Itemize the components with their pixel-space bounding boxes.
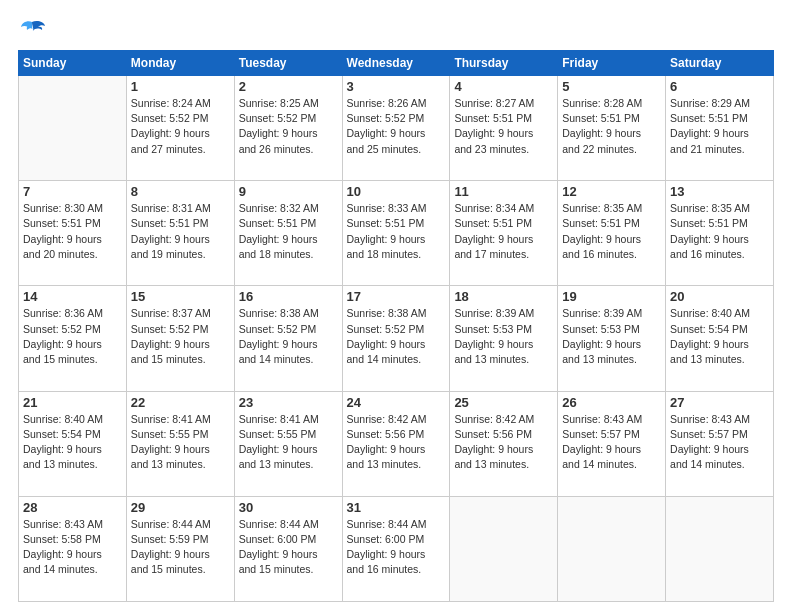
day-cell: 23Sunrise: 8:41 AM Sunset: 5:55 PM Dayli… [234, 391, 342, 496]
day-number: 7 [23, 184, 122, 199]
day-info: Sunrise: 8:38 AM Sunset: 5:52 PM Dayligh… [347, 306, 446, 367]
day-number: 3 [347, 79, 446, 94]
day-number: 5 [562, 79, 661, 94]
day-info: Sunrise: 8:41 AM Sunset: 5:55 PM Dayligh… [131, 412, 230, 473]
day-info: Sunrise: 8:43 AM Sunset: 5:58 PM Dayligh… [23, 517, 122, 578]
header-day-tuesday: Tuesday [234, 51, 342, 76]
week-row-3: 14Sunrise: 8:36 AM Sunset: 5:52 PM Dayli… [19, 286, 774, 391]
day-info: Sunrise: 8:27 AM Sunset: 5:51 PM Dayligh… [454, 96, 553, 157]
day-info: Sunrise: 8:26 AM Sunset: 5:52 PM Dayligh… [347, 96, 446, 157]
day-cell: 29Sunrise: 8:44 AM Sunset: 5:59 PM Dayli… [126, 496, 234, 601]
day-cell: 11Sunrise: 8:34 AM Sunset: 5:51 PM Dayli… [450, 181, 558, 286]
day-cell: 20Sunrise: 8:40 AM Sunset: 5:54 PM Dayli… [666, 286, 774, 391]
day-info: Sunrise: 8:30 AM Sunset: 5:51 PM Dayligh… [23, 201, 122, 262]
header-day-thursday: Thursday [450, 51, 558, 76]
header [18, 18, 774, 42]
day-number: 6 [670, 79, 769, 94]
day-number: 4 [454, 79, 553, 94]
week-row-2: 7Sunrise: 8:30 AM Sunset: 5:51 PM Daylig… [19, 181, 774, 286]
day-cell [666, 496, 774, 601]
day-cell: 10Sunrise: 8:33 AM Sunset: 5:51 PM Dayli… [342, 181, 450, 286]
day-cell: 25Sunrise: 8:42 AM Sunset: 5:56 PM Dayli… [450, 391, 558, 496]
day-cell: 14Sunrise: 8:36 AM Sunset: 5:52 PM Dayli… [19, 286, 127, 391]
day-cell: 19Sunrise: 8:39 AM Sunset: 5:53 PM Dayli… [558, 286, 666, 391]
header-day-monday: Monday [126, 51, 234, 76]
day-cell: 28Sunrise: 8:43 AM Sunset: 5:58 PM Dayli… [19, 496, 127, 601]
day-cell: 21Sunrise: 8:40 AM Sunset: 5:54 PM Dayli… [19, 391, 127, 496]
day-info: Sunrise: 8:38 AM Sunset: 5:52 PM Dayligh… [239, 306, 338, 367]
day-cell: 31Sunrise: 8:44 AM Sunset: 6:00 PM Dayli… [342, 496, 450, 601]
header-row: SundayMondayTuesdayWednesdayThursdayFrid… [19, 51, 774, 76]
day-cell: 26Sunrise: 8:43 AM Sunset: 5:57 PM Dayli… [558, 391, 666, 496]
day-number: 22 [131, 395, 230, 410]
day-cell: 12Sunrise: 8:35 AM Sunset: 5:51 PM Dayli… [558, 181, 666, 286]
week-row-1: 1Sunrise: 8:24 AM Sunset: 5:52 PM Daylig… [19, 76, 774, 181]
day-info: Sunrise: 8:32 AM Sunset: 5:51 PM Dayligh… [239, 201, 338, 262]
day-cell: 1Sunrise: 8:24 AM Sunset: 5:52 PM Daylig… [126, 76, 234, 181]
day-number: 24 [347, 395, 446, 410]
day-number: 12 [562, 184, 661, 199]
day-info: Sunrise: 8:44 AM Sunset: 6:00 PM Dayligh… [239, 517, 338, 578]
day-number: 30 [239, 500, 338, 515]
day-cell: 4Sunrise: 8:27 AM Sunset: 5:51 PM Daylig… [450, 76, 558, 181]
calendar-table: SundayMondayTuesdayWednesdayThursdayFrid… [18, 50, 774, 602]
header-day-saturday: Saturday [666, 51, 774, 76]
day-cell [450, 496, 558, 601]
day-number: 13 [670, 184, 769, 199]
day-cell: 8Sunrise: 8:31 AM Sunset: 5:51 PM Daylig… [126, 181, 234, 286]
day-number: 20 [670, 289, 769, 304]
week-row-5: 28Sunrise: 8:43 AM Sunset: 5:58 PM Dayli… [19, 496, 774, 601]
logo [18, 18, 50, 42]
day-info: Sunrise: 8:40 AM Sunset: 5:54 PM Dayligh… [670, 306, 769, 367]
day-number: 25 [454, 395, 553, 410]
day-info: Sunrise: 8:42 AM Sunset: 5:56 PM Dayligh… [347, 412, 446, 473]
day-cell: 9Sunrise: 8:32 AM Sunset: 5:51 PM Daylig… [234, 181, 342, 286]
day-info: Sunrise: 8:43 AM Sunset: 5:57 PM Dayligh… [562, 412, 661, 473]
day-number: 21 [23, 395, 122, 410]
logo-bird-icon [18, 18, 46, 42]
day-cell: 5Sunrise: 8:28 AM Sunset: 5:51 PM Daylig… [558, 76, 666, 181]
day-info: Sunrise: 8:39 AM Sunset: 5:53 PM Dayligh… [454, 306, 553, 367]
day-number: 17 [347, 289, 446, 304]
day-info: Sunrise: 8:41 AM Sunset: 5:55 PM Dayligh… [239, 412, 338, 473]
page: SundayMondayTuesdayWednesdayThursdayFrid… [0, 0, 792, 612]
day-number: 26 [562, 395, 661, 410]
day-info: Sunrise: 8:39 AM Sunset: 5:53 PM Dayligh… [562, 306, 661, 367]
day-info: Sunrise: 8:37 AM Sunset: 5:52 PM Dayligh… [131, 306, 230, 367]
day-number: 27 [670, 395, 769, 410]
day-info: Sunrise: 8:33 AM Sunset: 5:51 PM Dayligh… [347, 201, 446, 262]
week-row-4: 21Sunrise: 8:40 AM Sunset: 5:54 PM Dayli… [19, 391, 774, 496]
day-info: Sunrise: 8:42 AM Sunset: 5:56 PM Dayligh… [454, 412, 553, 473]
day-info: Sunrise: 8:44 AM Sunset: 6:00 PM Dayligh… [347, 517, 446, 578]
day-number: 10 [347, 184, 446, 199]
day-cell: 30Sunrise: 8:44 AM Sunset: 6:00 PM Dayli… [234, 496, 342, 601]
day-cell: 17Sunrise: 8:38 AM Sunset: 5:52 PM Dayli… [342, 286, 450, 391]
day-number: 18 [454, 289, 553, 304]
day-cell: 13Sunrise: 8:35 AM Sunset: 5:51 PM Dayli… [666, 181, 774, 286]
day-cell [558, 496, 666, 601]
day-number: 23 [239, 395, 338, 410]
day-number: 1 [131, 79, 230, 94]
day-cell: 22Sunrise: 8:41 AM Sunset: 5:55 PM Dayli… [126, 391, 234, 496]
day-cell: 3Sunrise: 8:26 AM Sunset: 5:52 PM Daylig… [342, 76, 450, 181]
day-info: Sunrise: 8:29 AM Sunset: 5:51 PM Dayligh… [670, 96, 769, 157]
day-number: 19 [562, 289, 661, 304]
day-cell: 27Sunrise: 8:43 AM Sunset: 5:57 PM Dayli… [666, 391, 774, 496]
day-number: 15 [131, 289, 230, 304]
day-number: 11 [454, 184, 553, 199]
header-day-friday: Friday [558, 51, 666, 76]
day-info: Sunrise: 8:25 AM Sunset: 5:52 PM Dayligh… [239, 96, 338, 157]
day-info: Sunrise: 8:44 AM Sunset: 5:59 PM Dayligh… [131, 517, 230, 578]
day-cell: 16Sunrise: 8:38 AM Sunset: 5:52 PM Dayli… [234, 286, 342, 391]
day-number: 8 [131, 184, 230, 199]
header-day-sunday: Sunday [19, 51, 127, 76]
day-info: Sunrise: 8:36 AM Sunset: 5:52 PM Dayligh… [23, 306, 122, 367]
day-number: 14 [23, 289, 122, 304]
day-info: Sunrise: 8:35 AM Sunset: 5:51 PM Dayligh… [562, 201, 661, 262]
day-cell: 2Sunrise: 8:25 AM Sunset: 5:52 PM Daylig… [234, 76, 342, 181]
day-info: Sunrise: 8:40 AM Sunset: 5:54 PM Dayligh… [23, 412, 122, 473]
day-cell: 15Sunrise: 8:37 AM Sunset: 5:52 PM Dayli… [126, 286, 234, 391]
day-info: Sunrise: 8:28 AM Sunset: 5:51 PM Dayligh… [562, 96, 661, 157]
day-number: 29 [131, 500, 230, 515]
day-info: Sunrise: 8:34 AM Sunset: 5:51 PM Dayligh… [454, 201, 553, 262]
